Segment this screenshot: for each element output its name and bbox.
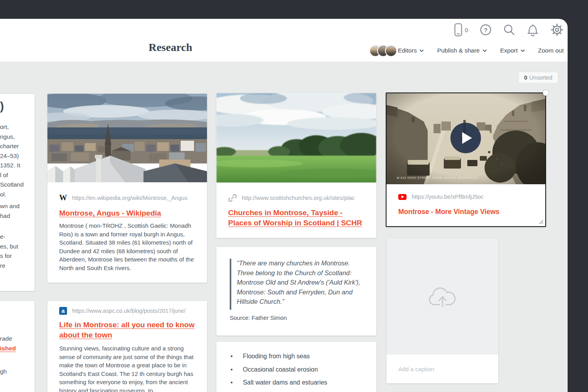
aspc-url: https://www.aspc.co.uk/blog/posts/2017/j… bbox=[72, 308, 185, 314]
video-card[interactable]: M 611 HIGH STREET FROM SOUTH, MONTROSE h… bbox=[386, 93, 546, 227]
top-chrome-bar bbox=[0, 0, 588, 19]
play-button[interactable] bbox=[450, 123, 481, 153]
text-fragment: 24–53) bbox=[0, 151, 24, 161]
link-icon bbox=[228, 194, 237, 202]
text-fragment: re bbox=[0, 261, 18, 271]
publish-share-label: Publish & share bbox=[437, 47, 480, 54]
zoom-out-button[interactable]: Zoom out bbox=[538, 47, 564, 54]
wikipedia-description: Montrose ( mon-TROHZ , Scottish Gaelic: … bbox=[59, 221, 195, 272]
text-card-partial-top[interactable]: ) ort, ngus, charter 24–53) 1352. It l o… bbox=[0, 94, 34, 291]
help-icon[interactable]: ? bbox=[480, 24, 492, 36]
text-fragment: Scotland bbox=[0, 180, 24, 190]
resize-handle-icon[interactable] bbox=[538, 219, 544, 225]
video-thumbnail[interactable]: M 611 HIGH STREET FROM SOUTH, MONTROSE bbox=[387, 93, 545, 184]
editors-menu[interactable]: Editors bbox=[398, 47, 424, 54]
play-icon bbox=[462, 132, 472, 144]
churches-card-image bbox=[216, 93, 376, 183]
quote-text: “There are many churches in Montrose. Th… bbox=[237, 258, 368, 307]
postcard-caption: M 611 HIGH STREET FROM SOUTH, MONTROSE bbox=[397, 176, 478, 180]
churches-link-card[interactable]: http://www.scottishchurches.org.uk/sites… bbox=[216, 93, 376, 238]
text-fragment: ort, bbox=[0, 122, 24, 132]
aspc-favicon: a bbox=[59, 307, 67, 315]
aspc-description: Stunning views, fascinating culture and … bbox=[59, 344, 195, 392]
text-fragment: ngus, bbox=[0, 132, 24, 142]
aspc-link-title[interactable]: Life in Montrose: all you need to know a… bbox=[59, 321, 194, 339]
publish-share-menu[interactable]: Publish & share bbox=[437, 47, 487, 54]
list-item-text: Occasional coastal erosion bbox=[243, 366, 318, 373]
avatar bbox=[385, 45, 397, 57]
quote-card[interactable]: “There are many churches in Montrose. Th… bbox=[216, 247, 376, 336]
unsorted-badge[interactable]: 0 Unsorted bbox=[518, 72, 558, 83]
page-title: Research bbox=[149, 41, 192, 54]
zoom-out-label: Zoom out bbox=[538, 47, 564, 54]
video-url-row: https://youtu.be/xPfBmfjJ5oc bbox=[398, 194, 532, 200]
export-menu[interactable]: Export bbox=[500, 47, 525, 54]
list-item-text: Flooding from high seas bbox=[243, 353, 310, 360]
text-fragment: l of bbox=[0, 171, 24, 180]
settings-icon[interactable] bbox=[550, 23, 564, 36]
video-url: https://youtu.be/xPfBmfjJ5oc bbox=[412, 194, 484, 200]
search-icon[interactable] bbox=[503, 24, 515, 36]
chevron-down-icon bbox=[483, 49, 487, 52]
text-card-heading-fragment: ) bbox=[0, 100, 4, 113]
unread-count: 0 bbox=[465, 27, 468, 33]
aspc-link-card[interactable]: a https://www.aspc.co.uk/blog/posts/2017… bbox=[47, 301, 207, 392]
selection-handle[interactable] bbox=[543, 90, 548, 96]
chevron-down-icon bbox=[419, 49, 424, 52]
header-menu-row: Editors Publish & share Export Zoom out bbox=[369, 44, 564, 57]
header-toolbar: 0 ? bbox=[454, 23, 564, 37]
text-card-partial-bottom[interactable]: rade ished gh bbox=[0, 301, 34, 392]
churches-url: http://www.scottishchurches.org.uk/sites… bbox=[242, 195, 355, 201]
wikipedia-url-row: W https://en.wikipedia.org/wiki/Montrose… bbox=[59, 193, 196, 202]
upload-placeholder-card[interactable]: Add a caption bbox=[387, 238, 498, 383]
mobile-icon[interactable]: 0 bbox=[454, 23, 468, 37]
churches-url-row: http://www.scottishchurches.org.uk/sites… bbox=[228, 194, 365, 202]
text-fragment: wn and bbox=[0, 201, 20, 211]
export-label: Export bbox=[500, 47, 518, 54]
list-item-text: Salt water dams and estuaries bbox=[243, 379, 327, 386]
list-item: Occasional coastal erosion bbox=[230, 366, 327, 379]
youtube-icon bbox=[398, 194, 407, 200]
wikipedia-card-image bbox=[47, 94, 207, 182]
text-fragment: e- bbox=[0, 232, 18, 242]
caption-input[interactable]: Add a caption bbox=[387, 355, 498, 383]
text-fragment: charter bbox=[0, 142, 24, 151]
list-item: Salt water dams and estuaries bbox=[230, 379, 327, 392]
bullet-list-card[interactable]: Flooding from high seas Occasional coast… bbox=[216, 342, 376, 392]
app-window: Research 0 ? bbox=[0, 0, 588, 392]
list-item: Flooding from high seas bbox=[230, 353, 327, 366]
unsorted-label: Unsorted bbox=[529, 74, 552, 81]
wikipedia-link-title[interactable]: Montrose, Angus - Wikipedia bbox=[59, 209, 161, 217]
svg-text:?: ? bbox=[484, 27, 487, 33]
upload-cloud-icon bbox=[426, 284, 459, 309]
text-fragment: es, but bbox=[0, 242, 18, 252]
editor-avatars[interactable] bbox=[369, 45, 397, 57]
wikipedia-url: https://en.wikipedia.org/wiki/Montrose,_… bbox=[72, 195, 187, 201]
chevron-down-icon bbox=[521, 49, 525, 52]
unsorted-count: 0 bbox=[524, 74, 527, 81]
notifications-icon[interactable] bbox=[527, 23, 539, 36]
text-fragment: 1352. It bbox=[0, 161, 24, 171]
text-fragment: rade bbox=[0, 334, 12, 344]
wikipedia-favicon: W bbox=[59, 193, 67, 202]
churches-link-title[interactable]: Churches in Montrose, Tayside - Places o… bbox=[228, 209, 362, 227]
video-title[interactable]: Montrose - More Vintage Views bbox=[398, 208, 499, 216]
text-fragment: s for bbox=[0, 251, 18, 261]
text-fragment: gh bbox=[0, 367, 7, 377]
quote-source: Source: Father Simon bbox=[230, 314, 287, 321]
link-fragment[interactable]: ished bbox=[0, 344, 16, 354]
bullet-list: Flooding from high seas Occasional coast… bbox=[230, 353, 327, 392]
aspc-url-row: a https://www.aspc.co.uk/blog/posts/2017… bbox=[59, 307, 196, 315]
upload-dropzone[interactable] bbox=[387, 238, 498, 355]
text-fragment: ol. bbox=[0, 190, 24, 200]
text-fragment: had bbox=[0, 211, 20, 221]
caption-placeholder: Add a caption bbox=[398, 366, 434, 372]
wikipedia-link-card[interactable]: W https://en.wikipedia.org/wiki/Montrose… bbox=[47, 94, 207, 283]
quote-bar bbox=[230, 259, 231, 310]
editors-label: Editors bbox=[398, 47, 417, 54]
